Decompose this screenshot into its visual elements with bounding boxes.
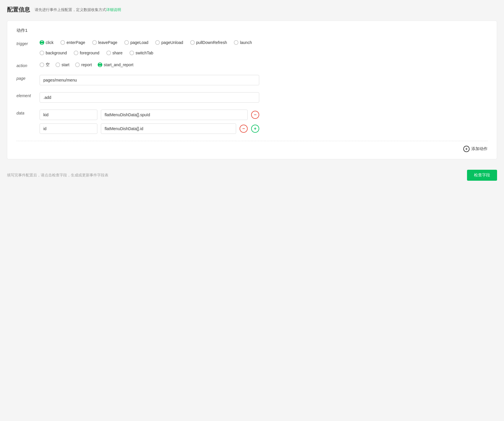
check-fields-button[interactable]: 检查字段	[467, 170, 497, 181]
trigger-leavepage[interactable]: leavePage	[92, 40, 117, 45]
action-title: 动作1	[16, 28, 488, 33]
radio-empty-circle	[40, 62, 44, 67]
trigger-enterpage-label: enterPage	[66, 40, 85, 45]
trigger-pageunload-label: pageUnload	[161, 40, 183, 45]
add-data-row-button[interactable]: +	[251, 125, 259, 133]
data-row-2: − +	[40, 123, 259, 134]
add-action-icon: +	[463, 146, 470, 152]
action-content: 空 start report start_and_r	[40, 62, 488, 67]
radio-launch-circle	[234, 40, 238, 45]
detail-link[interactable]: 详细说明	[106, 8, 121, 12]
data-key-input-1[interactable]	[40, 110, 97, 120]
trigger-share[interactable]: share	[106, 51, 123, 55]
radio-switchtab-circle	[129, 51, 134, 55]
action-start[interactable]: start	[55, 62, 69, 67]
action-start-and-report-label: start_and_report	[104, 62, 134, 67]
element-row: element	[16, 92, 488, 103]
trigger-leavepage-label: leavePage	[98, 40, 117, 45]
trigger-row1: click enterPage leavePage	[40, 40, 252, 45]
trigger-launch-label: launch	[240, 40, 252, 45]
radio-click-circle	[40, 40, 44, 45]
add-action-button[interactable]: + 添加动作	[463, 146, 488, 152]
action-card: 动作1 trigger click enterPage	[7, 21, 497, 159]
trigger-launch[interactable]: launch	[234, 40, 252, 45]
trigger-background-label: background	[46, 51, 67, 55]
trigger-share-label: share	[112, 51, 123, 55]
element-input[interactable]	[40, 92, 259, 103]
trigger-content: click enterPage leavePage	[40, 40, 488, 55]
action-empty-label: 空	[46, 62, 50, 67]
remove-data-row-1-button[interactable]: −	[251, 111, 259, 119]
page-label: page	[16, 75, 40, 81]
footer-hint: 填写完事件配置后，请点击检查字段，生成或更新事件字段表	[7, 173, 108, 178]
trigger-switchtab[interactable]: switchTab	[129, 51, 153, 55]
bottom-bar: 填写完事件配置后，请点击检查字段，生成或更新事件字段表 检查字段	[7, 164, 497, 181]
data-row: data − −	[16, 110, 488, 134]
trigger-switchtab-label: switchTab	[136, 51, 153, 55]
header-description: 请先进行事件上报配置，定义数据收集方式详细说明	[35, 7, 121, 12]
data-value-input-2[interactable]	[101, 123, 236, 134]
trigger-pageload[interactable]: pageLoad	[124, 40, 148, 45]
radio-share-circle	[106, 51, 111, 55]
radio-report-circle	[75, 62, 80, 67]
radio-background-circle	[40, 51, 44, 55]
trigger-wrapper: click enterPage leavePage	[40, 40, 252, 55]
radio-start-and-report-circle	[98, 62, 102, 67]
action-start-label: start	[62, 62, 69, 67]
header: 配置信息 请先进行事件上报配置，定义数据收集方式详细说明	[7, 6, 497, 14]
trigger-pageunload[interactable]: pageUnload	[155, 40, 183, 45]
plus-icon: +	[254, 126, 256, 131]
radio-pulldownrefresh-circle	[190, 40, 195, 45]
trigger-click[interactable]: click	[40, 40, 53, 45]
trigger-enterpage[interactable]: enterPage	[60, 40, 85, 45]
trigger-foreground-label: foreground	[80, 51, 99, 55]
add-action-label: 添加动作	[471, 146, 488, 152]
action-row: action 空 start report	[16, 62, 488, 68]
element-input-wrapper	[40, 92, 488, 103]
page-input-wrapper	[40, 75, 488, 85]
radio-foreground-circle	[74, 51, 78, 55]
trigger-label: trigger	[16, 40, 40, 46]
page-title: 配置信息	[7, 6, 30, 14]
data-label: data	[16, 110, 40, 115]
action-report[interactable]: report	[75, 62, 92, 67]
page-row: page	[16, 75, 488, 85]
trigger-background[interactable]: background	[40, 51, 67, 55]
minus-icon-2: −	[242, 126, 245, 131]
data-key-input-2[interactable]	[40, 123, 97, 134]
trigger-pulldownrefresh[interactable]: pullDownRefresh	[190, 40, 227, 45]
action-start-and-report[interactable]: start_and_report	[98, 62, 134, 67]
trigger-pageload-label: pageLoad	[130, 40, 148, 45]
trigger-row2: background foreground share	[40, 51, 252, 55]
page-input[interactable]	[40, 75, 259, 85]
radio-start-circle	[55, 62, 60, 67]
radio-enterpage-circle	[60, 40, 65, 45]
action-radio-group: 空 start report start_and_r	[40, 62, 134, 67]
data-value-input-1[interactable]	[101, 110, 248, 120]
action-report-label: report	[81, 62, 92, 67]
trigger-click-label: click	[46, 40, 53, 45]
card-footer: + 添加动作	[16, 141, 488, 152]
action-label: action	[16, 62, 40, 68]
trigger-foreground[interactable]: foreground	[74, 51, 99, 55]
radio-leavepage-circle	[92, 40, 97, 45]
data-section: − − +	[40, 110, 259, 134]
element-label: element	[16, 92, 40, 98]
remove-data-row-2-button[interactable]: −	[240, 125, 248, 133]
radio-pageload-circle	[124, 40, 129, 45]
action-empty[interactable]: 空	[40, 62, 50, 67]
minus-icon-1: −	[254, 112, 256, 117]
radio-pageunload-circle	[155, 40, 160, 45]
page-wrapper: 配置信息 请先进行事件上报配置，定义数据收集方式详细说明 动作1 trigger…	[0, 0, 504, 421]
data-content: − − +	[40, 110, 488, 134]
trigger-pulldownrefresh-label: pullDownRefresh	[196, 40, 227, 45]
trigger-row: trigger click enterPage	[16, 40, 488, 55]
data-row-1: −	[40, 110, 259, 120]
